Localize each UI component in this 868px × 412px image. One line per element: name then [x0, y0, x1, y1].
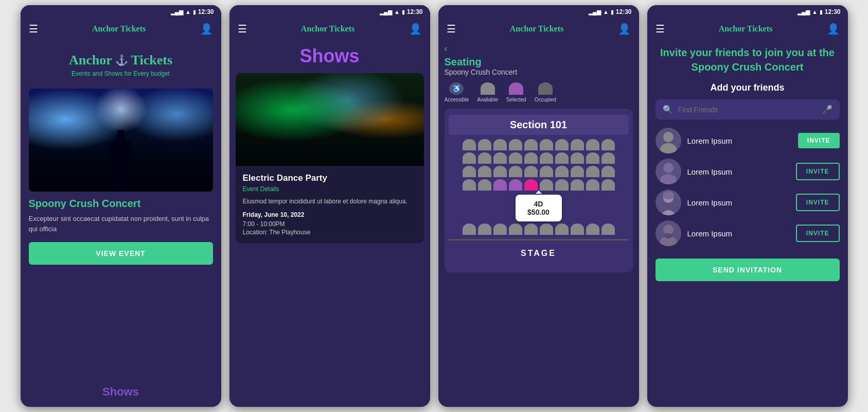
seat-4f[interactable] [540, 179, 553, 191]
seat-4g[interactable] [555, 179, 569, 191]
svg-point-5 [663, 191, 674, 199]
seat-3g[interactable] [555, 166, 569, 177]
hamburger-icon-3[interactable]: ☰ [447, 23, 456, 35]
view-event-button[interactable]: VIEW EVENT [29, 242, 213, 265]
invite-button-2[interactable]: INVITE [796, 163, 840, 180]
invite-button-1[interactable]: INVITE [798, 133, 840, 148]
seat-2d[interactable] [509, 152, 522, 164]
seat-5g[interactable] [555, 224, 569, 235]
profile-icon-4[interactable]: 👤 [827, 23, 840, 35]
seat-grid [449, 139, 629, 191]
seat-3a[interactable] [463, 166, 476, 177]
show-card-1: Electric Dance Party Event Details Eiusm… [236, 73, 424, 243]
seat-4i[interactable] [586, 179, 599, 191]
show-card-image-bg-1 [236, 73, 424, 166]
show-card-subtitle-1: Event Details [243, 185, 417, 193]
invite-button-4[interactable]: INVITE [796, 225, 840, 242]
seat-4c[interactable] [493, 179, 507, 191]
nav-bar-3: ☰ Anchor Tickets 👤 [438, 19, 639, 39]
tooltip-price: $50.00 [523, 208, 555, 216]
nav-logo-2: Anchor Tickets [247, 24, 409, 33]
seat-1e[interactable] [524, 139, 538, 150]
show-card-title-1: Electric Dance Party [243, 173, 417, 183]
seating-map: Section 101 [445, 109, 633, 272]
seat-5i[interactable] [586, 224, 599, 235]
seat-4e-selected[interactable] [524, 179, 538, 191]
invite-button-3[interactable]: INVITE [796, 194, 840, 211]
legend-available-label: Available [477, 97, 498, 102]
seat-5d[interactable] [509, 224, 522, 235]
seat-1j[interactable] [601, 139, 615, 150]
signal-icon-4: ▂▄▆ [798, 9, 810, 15]
seat-3d[interactable] [509, 166, 522, 177]
seat-5h[interactable] [571, 224, 584, 235]
seat-5c[interactable] [493, 224, 507, 235]
svg-point-3 [660, 174, 677, 184]
search-bar[interactable]: 🔍 🎤 [656, 99, 840, 119]
avatar-svg-3 [656, 190, 681, 215]
seat-5j[interactable] [601, 224, 615, 235]
seat-1h[interactable] [571, 139, 584, 150]
home-logo-row: Anchor ⚓ Tickets [29, 53, 213, 68]
home-logo-section: Anchor ⚓ Tickets Events and Shows for Ev… [29, 47, 213, 82]
back-button[interactable]: ‹ [445, 39, 633, 56]
seat-1g[interactable] [555, 139, 569, 150]
seat-2i[interactable] [586, 152, 599, 164]
mic-icon[interactable]: 🎤 [822, 105, 832, 114]
svg-point-1 [660, 143, 677, 153]
search-input[interactable] [678, 106, 817, 114]
seat-5b[interactable] [478, 224, 491, 235]
selected-icon [509, 82, 523, 95]
seat-row-2 [449, 152, 629, 164]
hamburger-icon-4[interactable]: ☰ [656, 23, 665, 35]
seat-3c[interactable] [493, 166, 507, 177]
stage-area: STAGE [449, 239, 629, 266]
seat-2e[interactable] [524, 152, 538, 164]
profile-icon-2[interactable]: 👤 [409, 23, 422, 35]
friend-item-1: Lorem Ipsum INVITE [656, 128, 840, 153]
seat-2h[interactable] [571, 152, 584, 164]
seat-4a[interactable] [463, 179, 476, 191]
wifi-icon-2: ▲ [394, 9, 400, 15]
seat-2g[interactable] [555, 152, 569, 164]
svg-point-0 [663, 132, 674, 142]
nav-logo-text-1: Anchor Tickets [38, 24, 200, 33]
seat-3j[interactable] [601, 166, 615, 177]
status-icons-3: ▂▄▆ ▲ ▮ 12:30 [589, 8, 631, 15]
seat-5f[interactable] [540, 224, 553, 235]
shows-nav-label[interactable]: Shows [102, 385, 139, 398]
seat-4j[interactable] [601, 179, 615, 191]
seat-2a[interactable] [463, 152, 476, 164]
stage-label: STAGE [521, 249, 556, 258]
seat-5e[interactable] [524, 224, 538, 235]
seat-3h[interactable] [571, 166, 584, 177]
seat-2f[interactable] [540, 152, 553, 164]
svg-point-8 [664, 233, 672, 238]
seat-3i[interactable] [586, 166, 599, 177]
send-invitation-button[interactable]: SEND INVITATION [656, 259, 840, 281]
seat-4b[interactable] [478, 179, 491, 191]
hamburger-icon-2[interactable]: ☰ [238, 23, 247, 35]
seat-4h[interactable] [571, 179, 584, 191]
seat-4d[interactable] [509, 179, 522, 191]
legend-selected: Selected [506, 82, 526, 102]
profile-icon-3[interactable]: 👤 [618, 23, 631, 35]
seat-row-4 [449, 179, 629, 191]
seat-3b[interactable] [478, 166, 491, 177]
status-bar-2: ▂▄▆ ▲ ▮ 12:30 [229, 5, 430, 19]
seat-3f[interactable] [540, 166, 553, 177]
hamburger-icon-1[interactable]: ☰ [29, 23, 38, 35]
seat-1f[interactable] [540, 139, 553, 150]
seat-5a[interactable] [463, 224, 476, 235]
seat-1c[interactable] [493, 139, 507, 150]
profile-icon-1[interactable]: 👤 [200, 23, 213, 35]
seat-2b[interactable] [478, 152, 491, 164]
seat-1d[interactable] [509, 139, 522, 150]
seat-1a[interactable] [463, 139, 476, 150]
seat-2c[interactable] [493, 152, 507, 164]
seat-2j[interactable] [601, 152, 615, 164]
seat-1i[interactable] [586, 139, 599, 150]
seat-3e[interactable] [524, 166, 538, 177]
seat-1b[interactable] [478, 139, 491, 150]
seat-row-1 [449, 139, 629, 150]
